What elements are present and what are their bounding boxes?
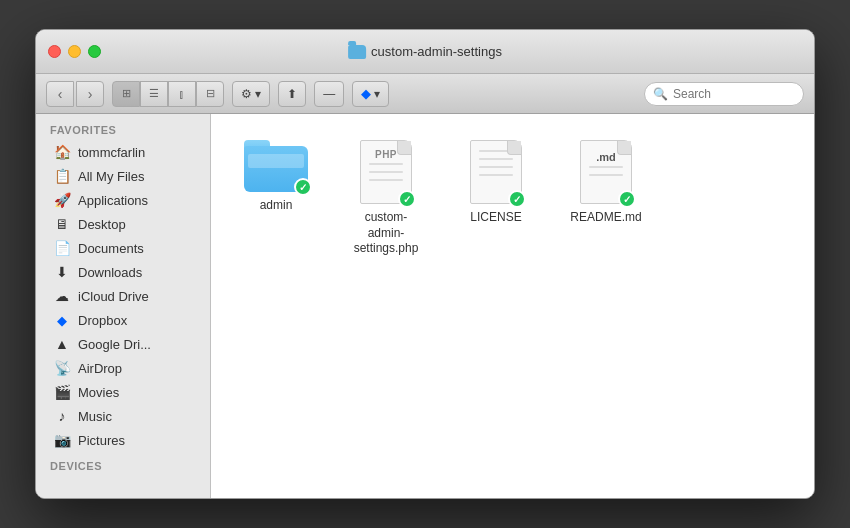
music-icon: ♪ <box>54 408 70 424</box>
minimize-button[interactable] <box>68 45 81 58</box>
maximize-button[interactable] <box>88 45 101 58</box>
desktop-icon: 🖥 <box>54 216 70 232</box>
sidebar-item-tommcfarlin[interactable]: 🏠 tommcfarlin <box>40 140 206 164</box>
sidebar-item-dropbox[interactable]: ◆ Dropbox <box>40 308 206 332</box>
file-label-readme: README.md <box>570 210 641 226</box>
documents-icon: 📄 <box>54 240 70 256</box>
sidebar-item-desktop[interactable]: 🖥 Desktop <box>40 212 206 236</box>
file-item-custom-php[interactable]: PHP ✓ custom-admin-settings.php <box>341 134 431 263</box>
traffic-lights <box>48 45 101 58</box>
airdrop-icon: 📡 <box>54 360 70 376</box>
sidebar-label-icloud: iCloud Drive <box>78 289 149 304</box>
window-title: custom-admin-settings <box>348 44 502 59</box>
icon-view-button[interactable]: ⊞ <box>112 81 140 107</box>
home-icon: 🏠 <box>54 144 70 160</box>
license-icon-wrap: ✓ <box>470 140 522 204</box>
google-drive-icon: ▲ <box>54 336 70 352</box>
tags-button[interactable]: — <box>314 81 344 107</box>
back-button[interactable]: ‹ <box>46 81 74 107</box>
dropbox-icon: ◆ <box>54 312 70 328</box>
pictures-icon: 📷 <box>54 432 70 448</box>
sidebar-item-all-my-files[interactable]: 📋 All My Files <box>40 164 206 188</box>
search-box[interactable]: 🔍 <box>644 82 804 106</box>
main-area: Favorites 🏠 tommcfarlin 📋 All My Files 🚀… <box>36 114 814 498</box>
movies-icon: 🎬 <box>54 384 70 400</box>
coverflow-view-button[interactable]: ⊟ <box>196 81 224 107</box>
folder-icon-admin: ✓ <box>244 140 308 192</box>
close-button[interactable] <box>48 45 61 58</box>
toolbar: ‹ › ⊞ ☰ ⫿ ⊟ ⚙ ▾ ⬆ — ◆ ▾ 🔍 <box>36 74 814 114</box>
file-label-license: LICENSE <box>470 210 521 226</box>
sidebar-label-all-my-files: All My Files <box>78 169 144 184</box>
search-icon: 🔍 <box>653 87 668 101</box>
finder-window: custom-admin-settings ‹ › ⊞ ☰ ⫿ ⊟ ⚙ ▾ ⬆ … <box>35 29 815 499</box>
sidebar-item-movies[interactable]: 🎬 Movies <box>40 380 206 404</box>
dropbox-button[interactable]: ◆ ▾ <box>352 81 389 107</box>
sync-badge-readme: ✓ <box>618 190 636 208</box>
downloads-icon: ⬇ <box>54 264 70 280</box>
sidebar-label-desktop: Desktop <box>78 217 126 232</box>
file-label-admin: admin <box>260 198 293 214</box>
column-view-button[interactable]: ⫿ <box>168 81 196 107</box>
sidebar-item-downloads[interactable]: ⬇ Downloads <box>40 260 206 284</box>
favorites-label: Favorites <box>36 124 210 140</box>
readme-icon-wrap: .md ✓ <box>580 140 632 204</box>
sidebar: Favorites 🏠 tommcfarlin 📋 All My Files 🚀… <box>36 114 211 498</box>
list-view-button[interactable]: ☰ <box>140 81 168 107</box>
search-input[interactable] <box>673 87 795 101</box>
forward-button[interactable]: › <box>76 81 104 107</box>
sidebar-label-applications: Applications <box>78 193 148 208</box>
share-button[interactable]: ⬆ <box>278 81 306 107</box>
applications-icon: 🚀 <box>54 192 70 208</box>
devices-label: Devices <box>36 460 210 476</box>
titlebar-folder-icon <box>348 45 366 59</box>
sidebar-label-documents: Documents <box>78 241 144 256</box>
sidebar-label-music: Music <box>78 409 112 424</box>
file-item-license[interactable]: ✓ LICENSE <box>451 134 541 263</box>
sidebar-label-movies: Movies <box>78 385 119 400</box>
sidebar-label-google-drive: Google Dri... <box>78 337 151 352</box>
sidebar-item-icloud[interactable]: ☁ iCloud Drive <box>40 284 206 308</box>
sidebar-label-downloads: Downloads <box>78 265 142 280</box>
nav-buttons: ‹ › <box>46 81 104 107</box>
php-icon-wrap: PHP ✓ <box>360 140 412 204</box>
icloud-icon: ☁ <box>54 288 70 304</box>
titlebar: custom-admin-settings <box>36 30 814 74</box>
sync-badge-license: ✓ <box>508 190 526 208</box>
file-item-readme[interactable]: .md ✓ README.md <box>561 134 651 263</box>
sidebar-item-documents[interactable]: 📄 Documents <box>40 236 206 260</box>
sidebar-label-tommcfarlin: tommcfarlin <box>78 145 145 160</box>
sync-badge-php: ✓ <box>398 190 416 208</box>
file-item-admin[interactable]: ✓ admin <box>231 134 321 263</box>
file-area: ✓ admin PHP ✓ custom-admin-settings.php <box>211 114 814 498</box>
sidebar-label-dropbox: Dropbox <box>78 313 127 328</box>
sidebar-label-pictures: Pictures <box>78 433 125 448</box>
sidebar-item-music[interactable]: ♪ Music <box>40 404 206 428</box>
sidebar-item-applications[interactable]: 🚀 Applications <box>40 188 206 212</box>
all-files-icon: 📋 <box>54 168 70 184</box>
sidebar-item-google-drive[interactable]: ▲ Google Dri... <box>40 332 206 356</box>
sidebar-label-airdrop: AirDrop <box>78 361 122 376</box>
sidebar-item-pictures[interactable]: 📷 Pictures <box>40 428 206 452</box>
action-button[interactable]: ⚙ ▾ <box>232 81 270 107</box>
file-label-custom-php: custom-admin-settings.php <box>347 210 425 257</box>
view-buttons: ⊞ ☰ ⫿ ⊟ <box>112 81 224 107</box>
sync-badge-admin: ✓ <box>294 178 312 196</box>
sidebar-item-airdrop[interactable]: 📡 AirDrop <box>40 356 206 380</box>
